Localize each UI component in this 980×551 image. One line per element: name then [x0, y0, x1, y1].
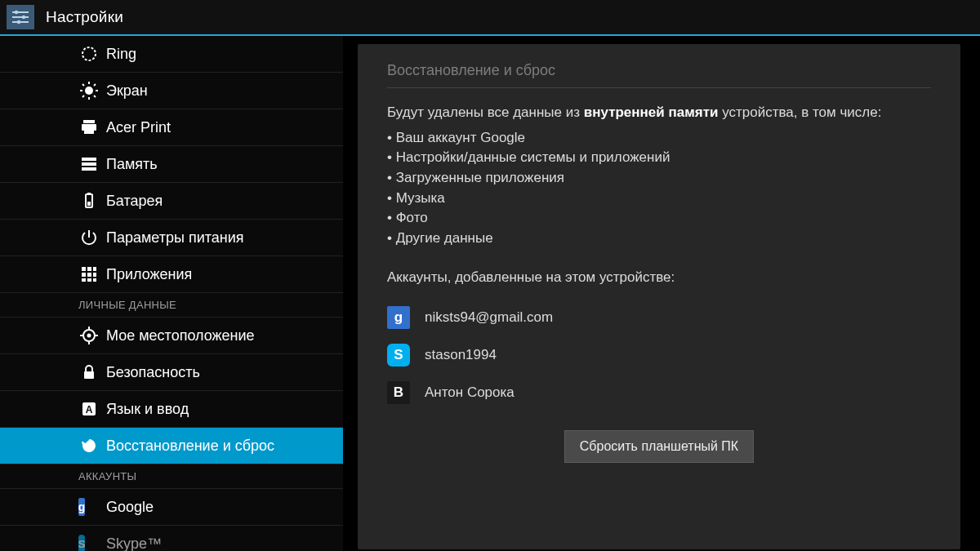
- section-accounts: АККАУНТЫ: [0, 464, 343, 489]
- reset-panel: Восстановление и сброс Будут удалены все…: [358, 44, 960, 549]
- content-area: Восстановление и сброс Будут удалены все…: [343, 36, 980, 551]
- svg-rect-32: [82, 278, 86, 282]
- bullet-item: • Музыка: [387, 189, 931, 209]
- account-row: g niksts94@gmail.com: [387, 301, 931, 334]
- account-row: В Антон Сорока: [387, 376, 931, 409]
- svg-rect-18: [84, 129, 94, 134]
- svg-point-36: [87, 334, 91, 338]
- svg-rect-26: [82, 267, 86, 271]
- sidebar-item-label: Безопасность: [106, 364, 200, 381]
- svg-rect-20: [82, 158, 96, 161]
- svg-rect-31: [93, 273, 96, 277]
- reset-bullets: • Ваш аккаунт Google • Настройки/данные …: [387, 128, 931, 249]
- sidebar-item-security[interactable]: Безопасность: [0, 354, 343, 391]
- reset-button-wrap: Сбросить планшетный ПК: [387, 430, 931, 463]
- ring-icon: [80, 45, 98, 63]
- sidebar-item-label: Восстановление и сброс: [106, 438, 274, 455]
- svg-rect-33: [87, 278, 91, 282]
- intro-prefix: Будут удалены все данные из: [387, 104, 584, 120]
- svg-point-7: [85, 87, 93, 95]
- sidebar-item-label: Приложения: [106, 266, 192, 283]
- intro-suffix: устройства, в том числе:: [718, 104, 881, 120]
- svg-rect-41: [84, 371, 94, 379]
- svg-rect-24: [87, 193, 91, 194]
- power-icon: [80, 229, 98, 247]
- sidebar-item-label: Google: [106, 499, 154, 516]
- svg-point-6: [82, 47, 96, 60]
- apps-icon: [80, 265, 98, 283]
- settings-icon: [7, 5, 34, 29]
- vk-account-icon: В: [387, 381, 410, 404]
- svg-rect-30: [87, 273, 91, 277]
- bullet-item: • Другие данные: [387, 229, 931, 249]
- svg-rect-25: [87, 202, 91, 206]
- sidebar-item-label: Память: [106, 156, 158, 173]
- sidebar-item-label: Skype™: [106, 535, 162, 552]
- sidebar-item-location[interactable]: Мое местоположение: [0, 318, 343, 354]
- intro-bold: внутренней памяти: [584, 104, 719, 120]
- lock-icon: [80, 363, 98, 381]
- sidebar-item-label: Параметры питания: [106, 229, 244, 247]
- svg-rect-21: [82, 162, 96, 166]
- svg-rect-27: [87, 267, 91, 271]
- sidebar-item-label: Acer Print: [106, 119, 171, 136]
- svg-rect-22: [82, 167, 96, 171]
- location-icon: [80, 327, 98, 344]
- accounts-label: Аккаунты, добавленные на этом устройстве…: [387, 268, 931, 288]
- sidebar-item-display[interactable]: Экран: [0, 73, 343, 109]
- section-personal: ЛИЧНЫЕ ДАННЫЕ: [0, 293, 343, 318]
- account-row: S stason1994: [387, 339, 931, 371]
- sidebar-item-label: Мое местоположение: [106, 327, 255, 344]
- page-title: Настройки: [46, 8, 123, 26]
- svg-rect-34: [93, 278, 96, 282]
- print-icon: [80, 118, 98, 136]
- sidebar-item-label: Батарея: [106, 193, 163, 210]
- sidebar-item-acer-print[interactable]: Acer Print: [0, 109, 343, 146]
- sidebar-item-skype[interactable]: S Skype™: [0, 526, 343, 551]
- account-name: stason1994: [425, 347, 497, 363]
- sidebar-item-battery[interactable]: Батарея: [0, 183, 343, 220]
- sidebar-item-power[interactable]: Параметры питания: [0, 220, 343, 256]
- sidebar-item-backup-reset[interactable]: Восстановление и сброс: [0, 428, 343, 464]
- svg-point-3: [15, 11, 18, 14]
- bullet-item: • Фото: [387, 208, 931, 229]
- account-name: niksts94@gmail.com: [425, 309, 553, 326]
- panel-divider: [387, 87, 931, 88]
- google-icon: g: [80, 498, 98, 516]
- svg-line-15: [82, 96, 84, 97]
- svg-text:A: A: [86, 404, 93, 415]
- skype-icon: S: [80, 535, 98, 551]
- bullet-item: • Ваш аккаунт Google: [387, 128, 931, 149]
- svg-line-12: [82, 84, 84, 86]
- sidebar-list: Ring Экран Acer Print: [0, 36, 343, 551]
- battery-icon: [80, 192, 98, 210]
- skype-account-icon: S: [387, 344, 410, 367]
- svg-line-13: [94, 96, 96, 97]
- google-account-icon: g: [387, 306, 410, 329]
- sidebar-item-storage[interactable]: Память: [0, 146, 343, 183]
- sidebar: Ring Экран Acer Print: [0, 36, 343, 551]
- reset-button[interactable]: Сбросить планшетный ПК: [564, 430, 754, 463]
- sidebar-item-google[interactable]: g Google: [0, 489, 343, 526]
- sidebar-item-label: Экран: [106, 82, 148, 100]
- svg-rect-29: [82, 273, 86, 277]
- sidebar-item-label: Язык и ввод: [106, 401, 189, 418]
- svg-line-14: [94, 84, 96, 86]
- title-bar: Настройки: [0, 0, 980, 36]
- svg-rect-16: [83, 120, 95, 123]
- sidebar-item-language[interactable]: A Язык и ввод: [0, 391, 343, 428]
- panel-title: Восстановление и сброс: [387, 62, 931, 79]
- reset-intro: Будут удалены все данные из внутренней п…: [387, 103, 931, 123]
- sidebar-item-ring[interactable]: Ring: [0, 36, 343, 73]
- bullet-item: • Загруженные приложения: [387, 168, 931, 189]
- storage-icon: [80, 155, 98, 173]
- backup-icon: [80, 437, 98, 455]
- language-icon: A: [80, 400, 98, 418]
- svg-rect-28: [93, 267, 96, 271]
- svg-point-4: [22, 16, 25, 19]
- body: Ring Экран Acer Print: [0, 36, 980, 551]
- sidebar-item-apps[interactable]: Приложения: [0, 256, 343, 293]
- brightness-icon: [80, 82, 98, 100]
- bullet-item: • Настройки/данные системы и приложений: [387, 148, 931, 168]
- svg-point-5: [17, 20, 20, 24]
